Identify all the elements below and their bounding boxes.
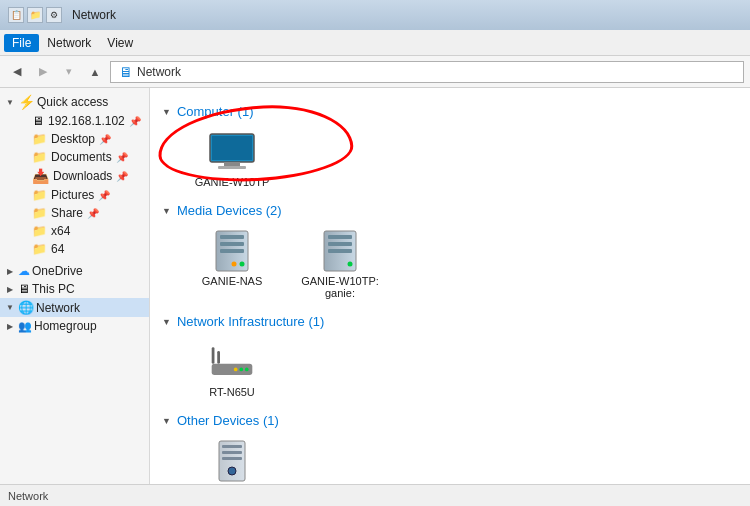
router-label: RT-N65U — [209, 386, 255, 398]
downloads-label: Downloads — [53, 169, 112, 183]
infra-chevron-icon: ▼ — [162, 317, 171, 327]
title-bar-icons: 📋 📁 ⚙ — [8, 7, 62, 23]
menu-view[interactable]: View — [99, 34, 141, 52]
svg-rect-3 — [218, 166, 246, 169]
device-ganie-nas[interactable]: GANIE-NAS — [182, 224, 282, 306]
svg-rect-5 — [220, 235, 244, 239]
media-chevron-icon: ▼ — [162, 206, 171, 216]
svg-rect-6 — [220, 242, 244, 246]
svg-rect-12 — [328, 242, 352, 246]
chevron-down-icon2: ▼ — [4, 303, 16, 312]
documents-label: Documents — [51, 150, 112, 164]
title-bar: 📋 📁 ⚙ Network — [0, 0, 750, 30]
other-section-title: Other Devices (1) — [177, 413, 279, 428]
svg-rect-16 — [217, 351, 220, 364]
pin-icon2: 📌 — [99, 134, 111, 145]
sidebar-item-x64[interactable]: 📁 x64 — [4, 222, 149, 240]
homegroup-icon: 👥 — [18, 320, 32, 333]
sidebar-item-share[interactable]: 📁 Share 📌 — [4, 204, 149, 222]
device-router[interactable]: RT-N65U — [182, 335, 282, 405]
infra-devices: RT-N65U — [182, 335, 738, 405]
device-ganie-w10tp-ganie[interactable]: GANIE-W10TP: ganie: — [290, 224, 390, 306]
svg-point-14 — [348, 262, 353, 267]
menu-bar: File Network View — [0, 30, 750, 56]
homegroup-label: Homegroup — [34, 319, 97, 333]
sidebar-item-pictures[interactable]: 📁 Pictures 📌 — [4, 186, 149, 204]
pin-icon3: 📌 — [116, 152, 128, 163]
menu-file[interactable]: File — [4, 34, 39, 52]
pin-icon4: 📌 — [116, 171, 128, 182]
pin-icon: 📌 — [129, 116, 141, 127]
chevron-right-icon3: ▶ — [4, 322, 16, 331]
64-label: 64 — [51, 242, 64, 256]
sidebar-item-desktop[interactable]: 📁 Desktop 📌 — [4, 130, 149, 148]
sidebar-item-ip[interactable]: 🖥 192.168.1.102 📌 — [4, 112, 149, 130]
status-text: Network — [8, 490, 48, 502]
infra-section-header[interactable]: ▼ Network Infrastructure (1) — [162, 314, 738, 329]
sidebar-item-documents[interactable]: 📁 Documents 📌 — [4, 148, 149, 166]
network-section[interactable]: ▼ 🌐 Network — [0, 298, 149, 317]
router-device-icon — [208, 342, 256, 382]
onedrive-section[interactable]: ▶ ☁ OneDrive — [0, 262, 149, 280]
desktop-label: Desktop — [51, 132, 95, 146]
new-folder-icon: 📁 — [27, 7, 43, 23]
homegroup-section[interactable]: ▶ 👥 Homegroup — [0, 317, 149, 335]
svg-rect-15 — [212, 347, 215, 364]
chevron-down-icon: ▼ — [4, 98, 16, 107]
chevron-right-icon: ▶ — [4, 267, 16, 276]
pin-icon6: 📌 — [87, 208, 99, 219]
camera-device-icon — [208, 441, 256, 481]
forward-button[interactable]: ▶ — [32, 61, 54, 83]
svg-rect-7 — [220, 249, 244, 253]
svg-point-19 — [239, 368, 243, 372]
onedrive-icon: ☁ — [18, 264, 30, 278]
svg-point-25 — [228, 467, 236, 475]
folder-pics-icon: 📁 — [32, 188, 47, 202]
thispc-section[interactable]: ▶ 🖥 This PC — [0, 280, 149, 298]
network-infra-section: ▼ Network Infrastructure (1) — [162, 314, 738, 405]
svg-point-8 — [240, 262, 245, 267]
svg-rect-22 — [222, 445, 242, 448]
address-path[interactable]: 🖥 Network — [110, 61, 744, 83]
onedrive-label: OneDrive — [32, 264, 83, 278]
device-label: GANIE-W10TP — [195, 176, 270, 188]
media-section-header[interactable]: ▼ Media Devices (2) — [162, 203, 738, 218]
back-button[interactable]: ◀ — [6, 61, 28, 83]
nas2-label: GANIE-W10TP: ganie: — [297, 275, 383, 299]
copy-icon: 📋 — [8, 7, 24, 23]
title-bar-text: Network — [72, 8, 116, 22]
nas-label: GANIE-NAS — [202, 275, 263, 287]
lightning-icon: ⚡ — [18, 94, 35, 110]
svg-rect-11 — [328, 235, 352, 239]
svg-point-9 — [232, 262, 237, 267]
menu-network[interactable]: Network — [39, 34, 99, 52]
pc-icon: 🖥 — [18, 282, 30, 296]
properties-icon: ⚙ — [46, 7, 62, 23]
computer-section: ▼ Computer (1) GANIE-W10TP — [162, 104, 738, 195]
computer-section-title: Computer (1) — [177, 104, 254, 119]
status-bar: Network — [0, 484, 750, 506]
nas-device-icon — [208, 231, 256, 271]
pin-icon5: 📌 — [98, 190, 110, 201]
sidebar-item-downloads[interactable]: 📥 Downloads 📌 — [4, 166, 149, 186]
share-label: Share — [51, 206, 83, 220]
svg-rect-23 — [222, 451, 242, 454]
device-ganie-w10tp[interactable]: GANIE-W10TP — [182, 125, 282, 195]
other-chevron-icon: ▼ — [162, 416, 171, 426]
quick-access-section[interactable]: ▼ ⚡ Quick access — [0, 92, 149, 112]
computer-devices: GANIE-W10TP — [182, 125, 738, 195]
main-layout: ▼ ⚡ Quick access 🖥 192.168.1.102 📌 📁 Des… — [0, 88, 750, 506]
path-icon: 🖥 — [119, 64, 133, 80]
network-sidebar-icon: 🌐 — [18, 300, 34, 315]
quick-access-label: Quick access — [37, 95, 108, 109]
media-devices-section: ▼ Media Devices (2) — [162, 203, 738, 306]
sidebar-item-64[interactable]: 📁 64 — [4, 240, 149, 258]
computer-device-icon — [208, 132, 256, 172]
recent-button[interactable]: ▾ — [58, 61, 80, 83]
computer-section-header[interactable]: ▼ Computer (1) — [162, 104, 738, 119]
media-devices: GANIE-NAS — [182, 224, 738, 306]
other-section-header[interactable]: ▼ Other Devices (1) — [162, 413, 738, 428]
folder-dl-icon: 📥 — [32, 168, 49, 184]
up-button[interactable]: ▲ — [84, 61, 106, 83]
sidebar: ▼ ⚡ Quick access 🖥 192.168.1.102 📌 📁 Des… — [0, 88, 150, 506]
